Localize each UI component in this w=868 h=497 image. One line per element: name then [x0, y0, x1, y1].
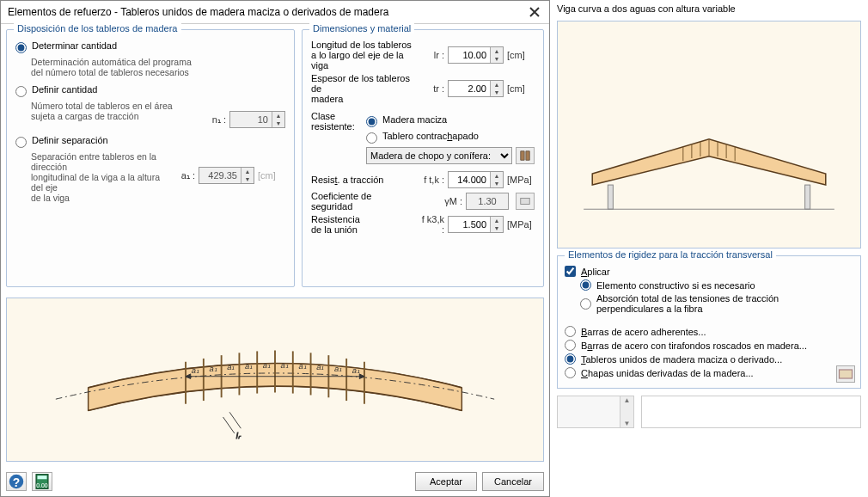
tr-input[interactable] [449, 83, 490, 94]
spinner-down-icon[interactable]: ▼ [491, 224, 503, 232]
tr-spinner[interactable]: ▲▼ [448, 80, 504, 97]
svg-text:a₁: a₁ [281, 360, 289, 370]
ft-spinner[interactable]: ▲▼ [448, 171, 504, 188]
scrollbar[interactable]: ▲▼ [620, 396, 633, 427]
result-list[interactable]: ▲▼ [557, 396, 634, 428]
group-stiffness-title: Elementos de rigidez para la tracción tr… [565, 249, 776, 260]
svg-text:a₁: a₁ [352, 365, 360, 375]
svg-text:a₁: a₁ [334, 364, 342, 373]
radio-threaded-steel[interactable] [565, 340, 576, 351]
svg-rect-39 [840, 370, 853, 378]
svg-rect-27 [38, 476, 47, 479]
gamma-info-button[interactable] [516, 193, 535, 210]
group-dimensions-title: Dimensiones y material [309, 23, 414, 34]
svg-text:a₁: a₁ [263, 360, 271, 370]
dialog-footer: ? 0.00 Aceptar Cancelar [1, 467, 549, 496]
radio-define-qty-label: Definir cantidad [32, 84, 97, 95]
lr-spinner[interactable]: ▲▼ [448, 46, 504, 64]
close-button[interactable] [527, 4, 542, 20]
spinner-down-icon: ▼ [272, 120, 284, 127]
svg-text:?: ? [13, 476, 20, 489]
help-icon: ? [7, 472, 26, 491]
radio-plywood[interactable] [366, 132, 377, 144]
radio-define-qty[interactable] [15, 86, 27, 97]
radio-timber-boards[interactable] [565, 353, 576, 365]
svg-text:a₁: a₁ [227, 362, 235, 371]
right-pane: Viga curva a dos aguas con altura variab… [550, 0, 868, 497]
calculator-icon: 0.00 [33, 472, 52, 491]
thickness-label: Espesor de los tableros de madera [311, 73, 417, 104]
spinner-up-icon[interactable]: ▲ [491, 47, 503, 55]
lr-symbol: lr : [420, 50, 444, 60]
help-button[interactable]: ? [6, 472, 27, 491]
spinner-up-icon[interactable]: ▲ [491, 81, 503, 89]
lr-input[interactable] [449, 50, 490, 60]
fk3-label: Resistencia de la unión [311, 214, 417, 235]
radio-constructive[interactable] [580, 279, 591, 291]
beam-preview [557, 21, 861, 248]
group-arrangement-title: Disposición de los tableros de madera [14, 23, 181, 34]
spinner-up-icon: ▲ [241, 168, 254, 175]
beam-illustration: a₁ a₁ a₁ a₁ a₁ a₁ a₁ a₁ a₁ a₁ lᵣ [6, 298, 544, 462]
fk3-input[interactable] [449, 219, 490, 230]
scroll-down-icon[interactable]: ▼ [624, 420, 631, 427]
radio-bonded-steel[interactable] [565, 326, 576, 337]
radio-timber-plates[interactable] [565, 367, 576, 378]
lr-label: lᵣ [236, 431, 241, 440]
svg-text:0.00: 0.00 [36, 482, 48, 488]
radio-solid-timber-label: Madera maciza [382, 114, 447, 125]
radio-constructive-label: Elemento constructivo si es necesario [596, 280, 755, 291]
spinner-down-icon[interactable]: ▼ [491, 89, 503, 96]
fk3-spinner[interactable]: ▲▼ [448, 216, 504, 233]
timber-type-select[interactable]: Madera de chopo y conífera: [366, 147, 512, 164]
settings-icon [519, 195, 531, 207]
determine-qty-desc: Determinación automática del programa de… [31, 57, 285, 77]
preview-svg [558, 21, 860, 248]
radio-determine-qty[interactable] [15, 42, 27, 53]
n1-spinner: ▲▼ [229, 111, 285, 128]
fk3-symbol: f k3,k : [420, 214, 444, 235]
define-qty-desc: Número total de tableros en el área suje… [31, 101, 202, 121]
a1-input [199, 170, 241, 181]
spinner-down-icon[interactable]: ▼ [491, 180, 503, 187]
titlebar: Elementos de refuerzo - Tableros unidos … [1, 1, 549, 24]
svg-rect-0 [521, 199, 530, 205]
cancel-button[interactable]: Cancelar [482, 472, 544, 491]
gamma-spinner [466, 193, 509, 210]
spinner-up-icon[interactable]: ▲ [491, 217, 503, 224]
radio-timber-plates-label: Chapas unidas derivadas de la madera... [581, 368, 754, 378]
spinner-up-icon: ▲ [272, 112, 284, 120]
apply-checkbox[interactable] [565, 266, 576, 277]
ft-unit: [MPa] [507, 175, 535, 185]
length-label: Longitud de los tableros a lo largo del … [311, 40, 417, 71]
svg-line-23 [223, 417, 235, 433]
spinner-down-icon[interactable]: ▼ [491, 55, 503, 63]
dialog-content: Disposición de los tableros de madera De… [1, 24, 549, 292]
a1-spinner: ▲▼ [199, 167, 254, 184]
info-panel [641, 396, 861, 428]
reinforce-dialog: Elementos de refuerzo - Tableros unidos … [0, 0, 550, 497]
scroll-up-icon[interactable]: ▲ [624, 396, 631, 404]
group-arrangement: Disposición de los tableros de madera De… [6, 29, 295, 287]
fk3-unit: [MPa] [507, 219, 535, 230]
accept-button[interactable]: Aceptar [415, 472, 477, 491]
stiffness-settings-button[interactable] [836, 365, 855, 383]
radio-full-absorption[interactable] [580, 298, 591, 310]
tr-symbol: tr : [420, 83, 444, 94]
spinner-up-icon[interactable]: ▲ [491, 172, 503, 180]
bottom-panels: ▲▼ [557, 396, 861, 428]
library-button[interactable] [516, 147, 535, 164]
radio-define-spacing[interactable] [15, 137, 27, 148]
calculator-button[interactable]: 0.00 [32, 472, 52, 491]
ft-label: Resist. a tracción [311, 175, 417, 185]
a1-label: a₁ [192, 365, 199, 375]
radio-define-spacing-label: Definir separación [32, 135, 108, 145]
a1-unit: [cm] [258, 170, 285, 181]
radio-solid-timber[interactable] [366, 116, 377, 127]
ft-input[interactable] [449, 175, 490, 185]
svg-text:a₁: a₁ [298, 361, 306, 371]
radio-full-absorption-label: Absorción total de las tensiones de trac… [596, 293, 820, 314]
gamma-input [467, 196, 508, 206]
ft-symbol: f t,k : [420, 175, 444, 185]
group-stiffness: Elementos de rigidez para la tracción tr… [557, 255, 861, 389]
